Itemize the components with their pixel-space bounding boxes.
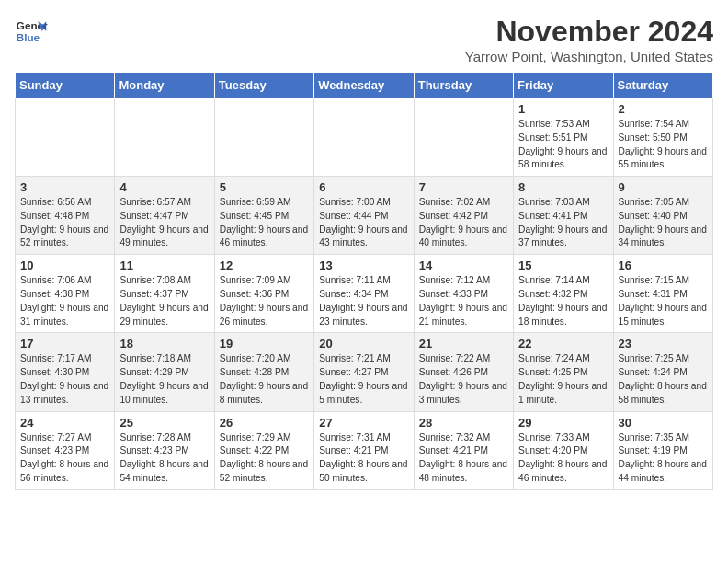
day-number: 6 [319, 180, 408, 194]
day-number: 28 [419, 416, 508, 430]
day-number: 20 [319, 337, 408, 350]
day-info: Sunrise: 7:20 AM Sunset: 4:28 PM Dayligh… [220, 352, 309, 407]
day-number: 26 [220, 416, 309, 430]
logo: General Blue [15, 15, 48, 48]
calendar-cell [115, 98, 214, 177]
day-number: 19 [220, 337, 309, 350]
calendar-cell: 11Sunrise: 7:08 AM Sunset: 4:37 PM Dayli… [115, 255, 214, 333]
calendar-cell: 8Sunrise: 7:03 AM Sunset: 4:41 PM Daylig… [514, 177, 613, 255]
calendar-cell: 18Sunrise: 7:18 AM Sunset: 4:29 PM Dayli… [115, 333, 214, 411]
calendar-day-header: Friday [514, 73, 613, 98]
day-info: Sunrise: 7:06 AM Sunset: 4:38 PM Dayligh… [20, 274, 109, 328]
calendar-cell: 9Sunrise: 7:05 AM Sunset: 4:40 PM Daylig… [613, 177, 712, 255]
day-number: 8 [518, 180, 608, 194]
day-number: 16 [619, 259, 708, 272]
day-info: Sunrise: 7:54 AM Sunset: 5:50 PM Dayligh… [619, 118, 708, 172]
calendar-cell: 21Sunrise: 7:22 AM Sunset: 4:26 PM Dayli… [414, 333, 513, 411]
calendar-cell: 12Sunrise: 7:09 AM Sunset: 4:36 PM Dayli… [214, 255, 313, 333]
calendar-cell [314, 98, 414, 177]
calendar-week-row: 24Sunrise: 7:27 AM Sunset: 4:23 PM Dayli… [16, 411, 713, 489]
calendar-cell: 2Sunrise: 7:54 AM Sunset: 5:50 PM Daylig… [613, 98, 712, 177]
day-number: 27 [319, 416, 408, 430]
calendar-cell: 14Sunrise: 7:12 AM Sunset: 4:33 PM Dayli… [414, 255, 513, 333]
calendar-cell: 4Sunrise: 6:57 AM Sunset: 4:47 PM Daylig… [115, 177, 214, 255]
calendar-cell: 28Sunrise: 7:32 AM Sunset: 4:21 PM Dayli… [414, 411, 513, 489]
day-info: Sunrise: 7:35 AM Sunset: 4:19 PM Dayligh… [619, 431, 708, 486]
day-number: 30 [619, 416, 708, 430]
calendar-week-row: 10Sunrise: 7:06 AM Sunset: 4:38 PM Dayli… [16, 255, 713, 333]
day-number: 23 [619, 337, 708, 350]
calendar-table: SundayMondayTuesdayWednesdayThursdayFrid… [15, 72, 713, 490]
calendar-cell: 23Sunrise: 7:25 AM Sunset: 4:24 PM Dayli… [613, 333, 712, 411]
svg-text:Blue: Blue [17, 31, 40, 43]
day-number: 3 [20, 180, 109, 194]
day-number: 17 [20, 337, 109, 350]
logo-icon: General Blue [15, 15, 48, 48]
day-number: 25 [119, 416, 209, 430]
calendar-cell: 10Sunrise: 7:06 AM Sunset: 4:38 PM Dayli… [16, 255, 115, 333]
day-info: Sunrise: 7:32 AM Sunset: 4:21 PM Dayligh… [419, 431, 508, 486]
day-number: 4 [119, 180, 209, 194]
day-info: Sunrise: 7:11 AM Sunset: 4:34 PM Dayligh… [319, 274, 408, 328]
calendar-week-row: 17Sunrise: 7:17 AM Sunset: 4:30 PM Dayli… [16, 333, 713, 411]
day-info: Sunrise: 7:05 AM Sunset: 4:40 PM Dayligh… [619, 196, 708, 250]
calendar-cell: 29Sunrise: 7:33 AM Sunset: 4:20 PM Dayli… [514, 411, 613, 489]
calendar-cell: 30Sunrise: 7:35 AM Sunset: 4:19 PM Dayli… [613, 411, 712, 489]
day-info: Sunrise: 7:12 AM Sunset: 4:33 PM Dayligh… [419, 274, 508, 328]
day-info: Sunrise: 7:29 AM Sunset: 4:22 PM Dayligh… [220, 431, 309, 486]
day-info: Sunrise: 7:24 AM Sunset: 4:25 PM Dayligh… [518, 352, 608, 407]
day-info: Sunrise: 7:00 AM Sunset: 4:44 PM Dayligh… [319, 196, 408, 250]
calendar-cell: 6Sunrise: 7:00 AM Sunset: 4:44 PM Daylig… [314, 177, 414, 255]
calendar-cell: 3Sunrise: 6:56 AM Sunset: 4:48 PM Daylig… [16, 177, 115, 255]
calendar-cell: 26Sunrise: 7:29 AM Sunset: 4:22 PM Dayli… [214, 411, 313, 489]
day-number: 22 [518, 337, 608, 350]
calendar-cell: 24Sunrise: 7:27 AM Sunset: 4:23 PM Dayli… [16, 411, 115, 489]
day-number: 15 [518, 259, 608, 272]
calendar-cell [414, 98, 513, 177]
day-info: Sunrise: 7:25 AM Sunset: 4:24 PM Dayligh… [619, 352, 708, 407]
day-number: 10 [20, 259, 109, 272]
day-info: Sunrise: 7:17 AM Sunset: 4:30 PM Dayligh… [20, 352, 109, 407]
day-info: Sunrise: 7:18 AM Sunset: 4:29 PM Dayligh… [119, 352, 209, 407]
day-number: 9 [619, 180, 708, 194]
main-title: November 2024 [465, 15, 713, 49]
day-number: 21 [419, 337, 508, 350]
day-number: 29 [518, 416, 608, 430]
day-number: 13 [319, 259, 408, 272]
calendar-cell: 13Sunrise: 7:11 AM Sunset: 4:34 PM Dayli… [314, 255, 414, 333]
title-area: November 2024 Yarrow Point, Washington, … [465, 15, 713, 64]
calendar-day-header: Wednesday [314, 73, 414, 98]
calendar-cell: 27Sunrise: 7:31 AM Sunset: 4:21 PM Dayli… [314, 411, 414, 489]
day-info: Sunrise: 6:57 AM Sunset: 4:47 PM Dayligh… [119, 196, 209, 250]
calendar-cell: 7Sunrise: 7:02 AM Sunset: 4:42 PM Daylig… [414, 177, 513, 255]
day-number: 18 [119, 337, 209, 350]
calendar-day-header: Thursday [414, 73, 513, 98]
day-info: Sunrise: 7:14 AM Sunset: 4:32 PM Dayligh… [518, 274, 608, 328]
day-number: 5 [220, 180, 309, 194]
day-info: Sunrise: 7:08 AM Sunset: 4:37 PM Dayligh… [119, 274, 209, 328]
calendar-cell: 20Sunrise: 7:21 AM Sunset: 4:27 PM Dayli… [314, 333, 414, 411]
day-info: Sunrise: 7:03 AM Sunset: 4:41 PM Dayligh… [518, 196, 608, 250]
day-number: 7 [419, 180, 508, 194]
calendar-cell: 19Sunrise: 7:20 AM Sunset: 4:28 PM Dayli… [214, 333, 313, 411]
day-number: 11 [119, 259, 209, 272]
header: General Blue November 2024 Yarrow Point,… [15, 15, 713, 64]
calendar-day-header: Saturday [613, 73, 712, 98]
subtitle: Yarrow Point, Washington, United States [465, 49, 713, 64]
day-info: Sunrise: 7:02 AM Sunset: 4:42 PM Dayligh… [419, 196, 508, 250]
day-info: Sunrise: 7:27 AM Sunset: 4:23 PM Dayligh… [20, 431, 109, 486]
day-info: Sunrise: 7:22 AM Sunset: 4:26 PM Dayligh… [419, 352, 508, 407]
calendar-week-row: 3Sunrise: 6:56 AM Sunset: 4:48 PM Daylig… [16, 177, 713, 255]
day-info: Sunrise: 7:53 AM Sunset: 5:51 PM Dayligh… [518, 118, 608, 172]
calendar-day-header: Tuesday [214, 73, 313, 98]
day-info: Sunrise: 7:31 AM Sunset: 4:21 PM Dayligh… [319, 431, 408, 486]
calendar-day-header: Monday [115, 73, 214, 98]
day-info: Sunrise: 7:09 AM Sunset: 4:36 PM Dayligh… [220, 274, 309, 328]
day-info: Sunrise: 7:21 AM Sunset: 4:27 PM Dayligh… [319, 352, 408, 407]
calendar-day-header: Sunday [16, 73, 115, 98]
calendar-cell [16, 98, 115, 177]
day-info: Sunrise: 7:15 AM Sunset: 4:31 PM Dayligh… [619, 274, 708, 328]
calendar-cell [214, 98, 313, 177]
day-number: 1 [518, 102, 608, 116]
calendar-cell: 22Sunrise: 7:24 AM Sunset: 4:25 PM Dayli… [514, 333, 613, 411]
